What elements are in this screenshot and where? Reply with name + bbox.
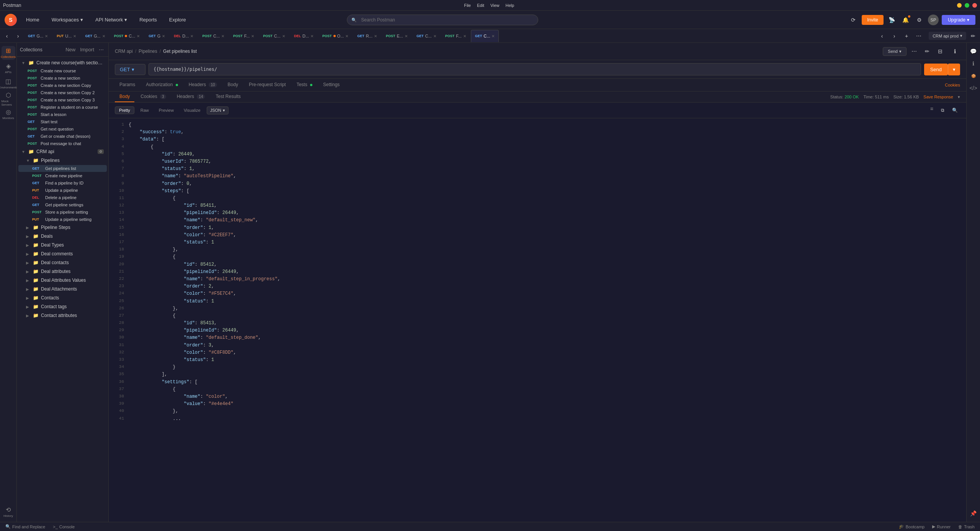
minimize-button[interactable] — [957, 3, 962, 8]
request-get-pipelines[interactable]: GET Get pipelines list — [18, 165, 107, 172]
nav-forward-tab[interactable]: › — [889, 31, 900, 41]
request-pipeline-settings[interactable]: GET Get pipeline settings — [18, 201, 107, 208]
env-edit-icon[interactable]: ✏ — [968, 31, 978, 41]
sidebar-icon-mock-servers[interactable]: ⬡ Mock Servers — [2, 92, 15, 106]
invite-button[interactable]: Invite — [862, 15, 884, 25]
request-update-setting[interactable]: PUT Update a pipeline setting — [18, 216, 107, 223]
request-create-section-copy2[interactable]: POST Create a new section Copy 2 — [18, 89, 107, 96]
resp-tab-test-results[interactable]: Test Results — [211, 91, 245, 102]
request-start-lesson[interactable]: POST Start a lesson — [18, 111, 107, 118]
comment-icon[interactable]: 💬 — [968, 46, 979, 57]
nav-reports[interactable]: Reports — [136, 15, 160, 24]
tab-body[interactable]: Body — [223, 79, 243, 91]
edit-icon[interactable]: ✏ — [922, 46, 933, 57]
send-button[interactable]: Send — [924, 64, 948, 75]
tab-authorization[interactable]: Authorization — [141, 79, 182, 91]
request-get-chat[interactable]: GET Get or create chat (lesson) — [18, 133, 107, 140]
avatar[interactable]: SP — [928, 15, 939, 25]
more-options-icon[interactable]: ⋯ — [909, 46, 920, 57]
save-response-dropdown[interactable]: ▾ — [958, 95, 960, 100]
sidebar-icon-environments[interactable]: ◫ Environments — [2, 77, 15, 90]
folder-deal-contacts[interactable]: ▶ 📁 Deal contacts — [18, 258, 107, 267]
tab-8[interactable]: POST F... ✕ — [229, 30, 258, 42]
request-register-student[interactable]: POST Register a student on a course — [18, 104, 107, 111]
env-selector[interactable]: CRM api prod ▾ — [929, 32, 966, 40]
copy-icon[interactable]: ⧉ — [937, 105, 948, 116]
more-tabs[interactable]: ⋯ — [913, 31, 924, 41]
tab-11[interactable]: POST O... ✕ — [318, 30, 353, 42]
breadcrumb-pipelines[interactable]: Pipelines — [139, 49, 157, 54]
sidebar-icon-collections[interactable]: ⊞ Collections — [2, 46, 15, 60]
split-icon[interactable]: ⊟ — [935, 46, 946, 57]
console-item[interactable]: >_ Console — [51, 524, 77, 530]
folder-deal-comments[interactable]: ▶ 📁 Deal comments — [18, 250, 107, 258]
tab-10[interactable]: DEL D... ✕ — [290, 30, 318, 42]
info-panel-icon[interactable]: ℹ — [968, 58, 979, 69]
folder-pipelines[interactable]: ▼ 📁 Pipelines — [18, 156, 107, 165]
tab-4[interactable]: POST C... ✕ — [110, 30, 144, 42]
save-button[interactable]: Send ▾ — [883, 47, 906, 56]
folder-deal-attachments[interactable]: ▶ 📁 Deal Attachments — [18, 285, 107, 293]
filter-icon[interactable]: ≡ — [928, 105, 936, 116]
info-icon[interactable]: ℹ — [949, 46, 960, 57]
upgrade-button[interactable]: Upgrade ▾ — [942, 15, 975, 25]
request-start-test[interactable]: GET Start test — [18, 118, 107, 125]
more-collections-icon[interactable]: ⋯ — [97, 46, 105, 53]
tab-1[interactable]: GET G... ✕ — [24, 30, 52, 42]
tab-settings[interactable]: Settings — [318, 79, 344, 91]
url-input[interactable] — [149, 63, 921, 75]
format-type-select[interactable]: JSON ▾ — [207, 106, 229, 114]
format-pretty[interactable]: Pretty — [115, 106, 134, 114]
maximize-button[interactable] — [965, 3, 969, 8]
format-preview[interactable]: Preview — [155, 107, 178, 114]
tab-7[interactable]: POST C... ✕ — [198, 30, 229, 42]
tab-12[interactable]: GET R... ✕ — [353, 30, 381, 42]
tab-params[interactable]: Params — [115, 79, 140, 91]
tab-tests[interactable]: Tests — [292, 79, 317, 91]
collection-crm[interactable]: ▼ 📁 CRM api ⚙ — [18, 147, 107, 156]
tab-16-active[interactable]: GET C... ✕ — [471, 30, 499, 42]
code-icon[interactable]: </> — [968, 83, 979, 93]
tab-headers[interactable]: Headers 10 — [184, 79, 222, 91]
add-tab[interactable]: + — [901, 31, 912, 41]
bootcamp-item[interactable]: 🎓 Bootcamp — [897, 523, 927, 530]
send-dropdown-button[interactable]: ▾ — [948, 64, 960, 75]
menu-file[interactable]: File — [464, 3, 471, 8]
tab-3[interactable]: GET G... ✕ — [81, 30, 109, 42]
cookie-icon[interactable]: 🍪 — [968, 70, 979, 81]
menu-view[interactable]: View — [490, 3, 500, 8]
folder-deals[interactable]: ▶ 📁 Deals — [18, 232, 107, 240]
format-visualize[interactable]: Visualize — [180, 107, 204, 114]
folder-deal-attr-values[interactable]: ▶ 📁 Deal Attributes Values — [18, 276, 107, 284]
settings-icon[interactable]: ⚙ — [914, 15, 925, 25]
folder-contacts[interactable]: ▶ 📁 Contacts — [18, 294, 107, 302]
folder-pipeline-steps[interactable]: ▶ 📁 Pipeline Steps — [18, 223, 107, 232]
notification-bell[interactable]: 🔔 — [900, 15, 911, 25]
import-collection-button[interactable]: Import — [78, 46, 96, 53]
folder-deal-types[interactable]: ▶ 📁 Deal Types — [18, 241, 107, 249]
sidebar-icon-apis[interactable]: ◈ APIs — [2, 61, 15, 75]
nav-explore[interactable]: Explore — [166, 15, 189, 24]
tab-2[interactable]: PUT U... ✕ — [52, 30, 80, 42]
satellite-icon[interactable]: 📡 — [887, 15, 897, 25]
nav-back-tab[interactable]: ‹ — [877, 31, 887, 41]
sidebar-icon-history[interactable]: ⟲ History — [2, 505, 15, 519]
request-create-section[interactable]: POST Create a new section — [18, 75, 107, 82]
nav-api-network[interactable]: API Network ▾ — [92, 15, 130, 24]
trash-item[interactable]: 🗑 Trash — [956, 523, 977, 530]
nav-workspaces[interactable]: Workspaces ▾ — [49, 15, 86, 24]
request-create-section-copy3[interactable]: POST Create a new section Copy 3 — [18, 96, 107, 103]
folder-contact-tags[interactable]: ▶ 📁 Contact tags — [18, 302, 107, 311]
collection-course[interactable]: ▼ 📁 Create new course(with sections...) — [18, 59, 107, 67]
sendpulse-logo[interactable]: S — [5, 14, 17, 26]
request-create-pipeline[interactable]: POST Create new pipeline — [18, 172, 107, 179]
tab-back[interactable]: ‹ — [2, 31, 12, 41]
resp-tab-cookies[interactable]: Cookies 3 — [136, 91, 170, 102]
method-select[interactable]: GET ▾ — [115, 64, 145, 75]
tab-6[interactable]: DEL D... ✕ — [170, 30, 198, 42]
request-create-section-copy[interactable]: POST Create a new section Copy — [18, 82, 107, 89]
runner-item[interactable]: ▶ Runner — [930, 523, 953, 530]
nav-home[interactable]: Home — [23, 15, 42, 24]
tab-15[interactable]: POST F... ✕ — [441, 30, 470, 42]
resp-tab-body[interactable]: Body — [115, 91, 134, 102]
